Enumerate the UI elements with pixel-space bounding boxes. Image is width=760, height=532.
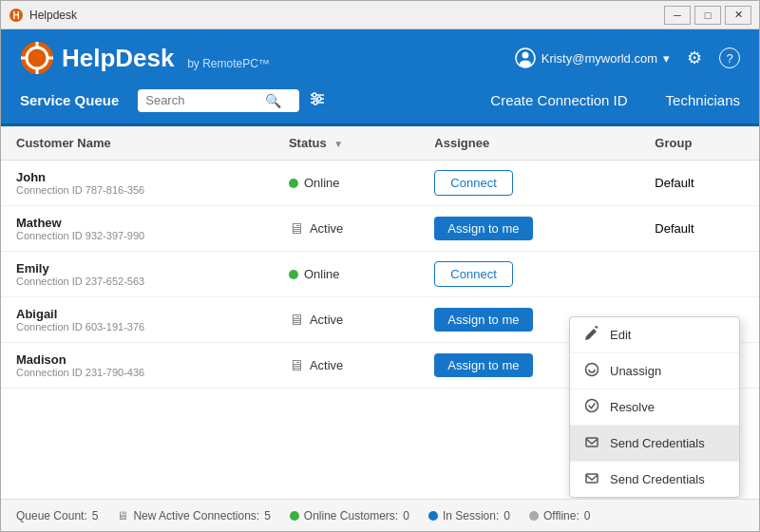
maximize-button[interactable]: □: [694, 6, 721, 25]
user-icon: [515, 48, 536, 68]
customer-cell: Mathew Connection ID 932-397-990: [1, 206, 274, 252]
new-active-item: 🖥 New Active Connections: 5: [117, 509, 270, 522]
online-label: Online Customers:: [304, 509, 398, 522]
context-menu-item[interactable]: Resolve: [570, 390, 739, 426]
header-right: Kristy@myworld.com ▾ ⚙ ?: [515, 46, 740, 70]
customer-name: Abigail: [16, 307, 258, 321]
edit-icon: [584, 326, 599, 341]
menu-item-icon: [583, 398, 600, 416]
context-menu-item[interactable]: Edit: [570, 317, 739, 353]
service-queue-label[interactable]: Service Queue: [1, 86, 138, 114]
customer-name: Emily: [16, 261, 258, 276]
app-icon: H: [9, 8, 24, 23]
create-connection-button[interactable]: Create Connection ID: [471, 86, 646, 114]
online-dot: [290, 511, 299, 521]
in-session-dot: [428, 511, 438, 521]
minimize-button[interactable]: ─: [664, 6, 691, 25]
col-assignee: Assignee: [419, 126, 639, 161]
connection-id: Connection ID 603-191-376: [16, 321, 258, 332]
assignee-cell: Connect: [419, 161, 639, 206]
assign-to-me-button[interactable]: Assign to me: [434, 308, 532, 332]
close-button[interactable]: ✕: [725, 6, 751, 25]
user-dropdown-icon: ▾: [663, 51, 670, 66]
queue-count-item: Queue Count: 5: [16, 509, 98, 522]
search-icon: 🔍: [265, 93, 281, 108]
customer-name: Mathew: [16, 216, 258, 230]
connect-button[interactable]: Connect: [434, 170, 512, 196]
new-active-value: 5: [264, 509, 271, 522]
filter-icon[interactable]: [309, 90, 326, 111]
status-cell: 🖥Active: [274, 343, 419, 389]
customer-cell: Madison Connection ID 231-790-436: [1, 343, 274, 389]
menu-item-icon: [583, 326, 600, 344]
help-button[interactable]: ?: [719, 48, 740, 68]
status-cell: 🖥Active: [274, 297, 419, 343]
connect-button[interactable]: Connect: [434, 261, 512, 287]
assign-to-me-button[interactable]: Assign to me: [434, 353, 532, 377]
menu-item-label: Edit: [610, 328, 631, 342]
resolve-icon: [584, 398, 599, 413]
in-session-label: In Session:: [443, 509, 499, 522]
logo-text-group: HelpDesk by RemotePC™: [62, 44, 270, 73]
active-icon: 🖥: [117, 509, 128, 522]
table-header-row: Customer Name Status ▼ Assignee Group: [1, 126, 759, 161]
new-active-label: New Active Connections:: [133, 509, 259, 522]
title-bar: H Helpdesk ─ □ ✕: [1, 1, 759, 29]
context-menu-item[interactable]: Unassign: [570, 353, 739, 390]
group-cell: [639, 252, 759, 297]
svg-point-14: [313, 93, 316, 97]
table-area: Customer Name Status ▼ Assignee Group Jo…: [1, 126, 759, 499]
user-menu[interactable]: Kristy@myworld.com ▾: [515, 48, 670, 68]
menu-item-label: Resolve: [610, 400, 655, 414]
connection-id: Connection ID 231-790-436: [16, 367, 258, 378]
customer-name: Madison: [16, 352, 258, 367]
in-session-item: In Session: 0: [428, 509, 510, 522]
svg-point-17: [586, 364, 598, 376]
col-customer-name: Customer Name: [1, 126, 274, 161]
offline-item: Offline: 0: [529, 509, 591, 522]
status-sort-icon: ▼: [333, 139, 343, 149]
assign-to-me-button[interactable]: Assign to me: [434, 217, 532, 240]
svg-point-9: [522, 52, 528, 59]
status-text: Online: [304, 267, 340, 281]
status-text: Active: [310, 313, 343, 327]
col-group: Group: [639, 126, 759, 161]
online-indicator: [289, 179, 298, 188]
window-controls: ─ □ ✕: [664, 6, 751, 25]
window-title: Helpdesk: [29, 9, 664, 22]
logo-helpdesk: HelpDesk: [62, 44, 175, 72]
context-menu: EditUnassignResolveSend CredentialsSend …: [569, 316, 740, 498]
customer-cell: John Connection ID 787-816-356: [1, 161, 274, 206]
search-box: 🔍: [138, 89, 299, 112]
menu-item-icon: [583, 470, 600, 488]
group-cell: Default: [639, 161, 759, 206]
logo-area: HelpDesk by RemotePC™: [20, 41, 270, 75]
svg-point-15: [317, 97, 321, 101]
settings-button[interactable]: ⚙: [685, 46, 704, 70]
svg-point-16: [314, 101, 317, 104]
queue-count-label: Queue Count:: [16, 509, 87, 522]
technicians-button[interactable]: Technicians: [647, 86, 759, 114]
col-status[interactable]: Status ▼: [274, 126, 419, 161]
table-row: John Connection ID 787-816-356 OnlineCon…: [1, 161, 759, 206]
svg-point-10: [520, 61, 531, 67]
menu-item-label: Unassign: [610, 364, 661, 378]
offline-dot: [529, 511, 539, 521]
svg-rect-20: [586, 474, 598, 483]
customer-name: John: [16, 170, 258, 184]
app-header: HelpDesk by RemotePC™ Kristy@myworld.com…: [1, 29, 759, 86]
connection-id: Connection ID 932-397-990: [16, 230, 258, 241]
toolbar: Service Queue 🔍 Create Connection ID Tec…: [1, 86, 759, 126]
status-cell: Online: [274, 252, 419, 297]
context-menu-item[interactable]: Send Credentials: [570, 462, 739, 497]
filter-sliders-icon: [309, 90, 326, 107]
online-customers-item: Online Customers: 0: [290, 509, 409, 522]
status-text: Active: [310, 358, 343, 372]
search-input[interactable]: [145, 93, 259, 107]
context-menu-item[interactable]: Send Credentials: [570, 426, 739, 462]
online-indicator: [289, 270, 298, 279]
svg-rect-19: [586, 438, 598, 446]
offline-value: 0: [584, 509, 591, 522]
connection-id: Connection ID 237-652-563: [16, 276, 258, 287]
customer-cell: Abigail Connection ID 603-191-376: [1, 297, 274, 343]
